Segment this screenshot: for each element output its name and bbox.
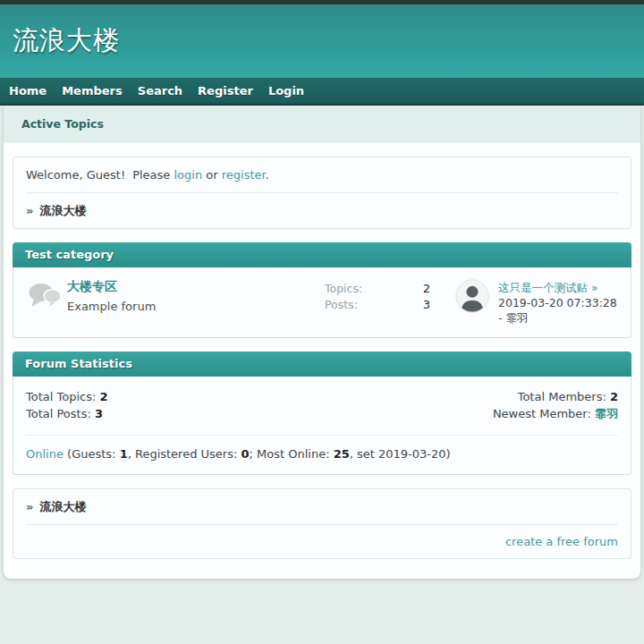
online-text-1: (Guests:	[67, 447, 120, 461]
total-posts-label: Total Posts:	[26, 407, 91, 420]
register-link[interactable]: register	[222, 168, 266, 182]
total-members-label: Total Members:	[518, 390, 606, 403]
forum-description: Example forum	[67, 300, 325, 313]
lastpost-author-link[interactable]: 霏羽	[506, 311, 529, 325]
welcome-or-text: or	[206, 168, 217, 182]
speech-bubbles-icon	[28, 282, 64, 315]
total-topics-label: Total Topics:	[26, 390, 96, 403]
page-wrapper: Active Topics Welcome, Guest!Please logi…	[4, 106, 640, 579]
breadcrumb-arrow-icon: »	[26, 204, 33, 217]
forum-info: 大楼专区 Example forum	[64, 279, 325, 313]
topics-value: 2	[423, 281, 430, 297]
lastpost-info: 这只是一个测试贴 » 2019-03-20 07:33:28 - 霏羽	[498, 280, 618, 326]
main-content: Welcome, Guest!Please login or register.…	[4, 143, 640, 559]
welcome-panel: Welcome, Guest!Please login or register.…	[13, 157, 631, 229]
category-panel: 大楼专区 Example forum Topics: 2 Posts: 3	[13, 267, 631, 338]
category-section: Test category 大楼专区 Example forum	[13, 242, 631, 338]
breadcrumb-site-link[interactable]: 流浪大楼	[39, 204, 86, 217]
statistics-section: Forum Statistics Total Topics: 2 Total P…	[13, 352, 631, 475]
statistics-left-column: Total Topics: 2 Total Posts: 3	[26, 388, 108, 422]
total-members-line: Total Members: 2	[493, 388, 618, 405]
online-text-3: ; Most Online:	[250, 447, 334, 461]
forum-stats: Topics: 2 Posts: 3	[325, 281, 430, 313]
online-row: Online (Guests: 1, Registered Users: 0; …	[13, 436, 631, 474]
statistics-right-column: Total Members: 2 Newest Member: 霏羽	[493, 388, 618, 422]
forum-topics-line: Topics: 2	[325, 281, 430, 297]
footer-panel: »流浪大楼 create a free forum	[13, 488, 631, 559]
total-members-value: 2	[610, 390, 618, 403]
total-topics-value: 2	[99, 390, 107, 403]
welcome-text: Welcome, Guest!	[26, 168, 125, 182]
nav-item-search[interactable]: Search	[138, 84, 182, 97]
newest-member-label: Newest Member:	[493, 407, 591, 420]
nav-item-login[interactable]: Login	[268, 84, 304, 97]
forum-posts-line: Posts: 3	[325, 297, 430, 313]
online-registered-value: 0	[241, 447, 249, 461]
total-posts-value: 3	[95, 407, 103, 420]
online-link[interactable]: Online	[26, 447, 64, 461]
welcome-row: Welcome, Guest!Please login or register.	[13, 157, 631, 192]
subnav-bar: Active Topics	[4, 106, 640, 143]
lastpost-topic-link[interactable]: 这只是一个测试贴	[498, 281, 588, 294]
posts-value: 3	[423, 297, 430, 313]
statistics-columns: Total Topics: 2 Total Posts: 3 Total Mem…	[13, 377, 631, 422]
welcome-please-text: Please	[132, 168, 170, 182]
topics-label: Topics:	[325, 281, 362, 297]
online-most-value: 25	[334, 447, 350, 461]
footer-breadcrumb: »流浪大楼	[13, 489, 631, 524]
posts-label: Posts:	[325, 297, 358, 313]
online-text-4: , set 2019-03-20)	[350, 447, 451, 461]
login-link[interactable]: login	[174, 168, 202, 182]
nav-item-members[interactable]: Members	[62, 84, 123, 97]
footer-breadcrumb-site-link[interactable]: 流浪大楼	[39, 500, 86, 513]
avatar	[455, 279, 489, 316]
breadcrumb: »流浪大楼	[13, 193, 631, 228]
total-topics-line: Total Topics: 2	[26, 388, 108, 405]
main-navbar: Home Members Search Register Login	[0, 78, 644, 106]
statistics-panel: Total Topics: 2 Total Posts: 3 Total Mem…	[13, 377, 631, 475]
create-free-forum-link[interactable]: create a free forum	[505, 535, 618, 548]
site-logo-title[interactable]: 流浪大楼	[13, 23, 120, 59]
category-header: Test category	[13, 242, 631, 267]
welcome-period: .	[266, 168, 269, 182]
forum-title-link[interactable]: 大楼专区	[67, 279, 117, 293]
subnav-active-topics-link[interactable]: Active Topics	[21, 117, 104, 131]
statistics-header: Forum Statistics	[13, 352, 631, 377]
forum-row: 大楼专区 Example forum Topics: 2 Posts: 3	[13, 267, 631, 337]
site-header: 流浪大楼	[0, 4, 644, 78]
online-guests-value: 1	[120, 447, 128, 461]
online-text-2: , Registered Users:	[128, 447, 242, 461]
breadcrumb-arrow-icon: »	[26, 500, 33, 513]
footer-link-row: create a free forum	[13, 525, 631, 558]
newest-member-line: Newest Member: 霏羽	[493, 405, 618, 422]
lastpost-arrow-icon[interactable]: »	[591, 281, 598, 294]
total-posts-line: Total Posts: 3	[26, 405, 108, 422]
newest-member-link[interactable]: 霏羽	[595, 407, 618, 420]
nav-item-home[interactable]: Home	[9, 84, 47, 97]
nav-item-register[interactable]: Register	[198, 84, 253, 97]
